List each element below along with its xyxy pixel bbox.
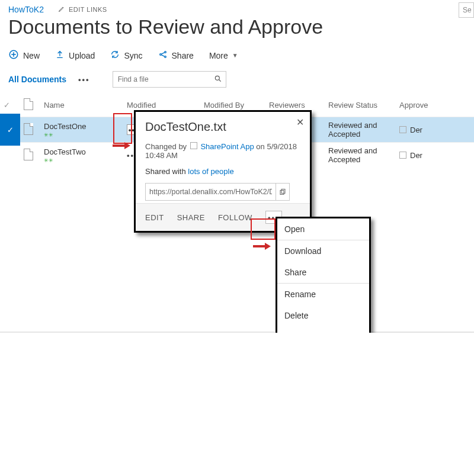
row-review-status: Reviewed and Accepted	[325, 143, 396, 168]
menu-delete[interactable]: Delete	[277, 305, 369, 326]
document-icon	[24, 123, 33, 135]
row-review-status: Reviewed and Accepted	[325, 117, 396, 142]
new-indicator-icon: ✳✳	[44, 132, 120, 138]
document-icon	[24, 149, 33, 160]
plus-circle-icon	[8, 49, 19, 62]
menu-copy[interactable]: Copy	[277, 326, 369, 333]
callout-shared: Shared with lots of people	[145, 167, 300, 176]
context-menu: Open Download Share Rename Delete Copy V…	[276, 217, 371, 333]
svg-point-4	[215, 76, 219, 80]
callout-url-box[interactable]	[145, 183, 290, 201]
new-button[interactable]: New	[8, 49, 40, 62]
row-approve[interactable]: Der	[396, 122, 437, 138]
chevron-down-icon: ▼	[232, 52, 238, 59]
sync-icon	[110, 50, 120, 61]
menu-open[interactable]: Open	[277, 218, 369, 240]
select-all-icon[interactable]: ✓	[4, 101, 10, 110]
share-label: Share	[172, 51, 194, 60]
pencil-icon	[58, 5, 65, 14]
svg-point-3	[164, 56, 166, 58]
col-name[interactable]: Name	[40, 98, 123, 112]
callout-title: DocTestOne.txt	[145, 120, 300, 134]
svg-rect-6	[280, 191, 284, 195]
sync-button[interactable]: Sync	[110, 50, 142, 61]
upload-label: Upload	[69, 51, 95, 60]
row-name[interactable]: DocTestTwo	[44, 147, 120, 156]
edit-links-label: EDIT LINKS	[69, 6, 107, 13]
menu-download[interactable]: Download	[277, 240, 369, 262]
row-approve[interactable]: Der	[396, 147, 437, 163]
copy-url-icon[interactable]	[276, 184, 289, 200]
menu-rename[interactable]: Rename	[277, 284, 369, 305]
user-placeholder-icon	[190, 142, 197, 149]
page-title: Documents to Review and Approve	[8, 15, 466, 38]
find-file-box[interactable]	[113, 71, 226, 88]
sync-label: Sync	[124, 51, 142, 60]
row-approve-label: Der	[410, 126, 422, 134]
view-more-icon[interactable]: •••	[78, 75, 90, 84]
menu-share[interactable]: Share	[277, 262, 369, 283]
type-header-icon	[24, 98, 33, 110]
svg-point-1	[159, 54, 161, 56]
callout-edit[interactable]: EDIT	[145, 213, 164, 222]
callout-shared-link[interactable]: lots of people	[188, 167, 233, 176]
global-search[interactable]: Se	[459, 2, 474, 18]
col-review-status[interactable]: Review Status	[325, 98, 396, 112]
view-bar: All Documents •••	[0, 70, 474, 94]
upload-icon	[55, 50, 65, 61]
callout-share[interactable]: SHARE	[177, 213, 205, 222]
new-indicator-icon: ✳✳	[44, 157, 120, 163]
toolbar: New Upload Sync Share More ▼	[0, 47, 474, 70]
find-file-input[interactable]	[117, 75, 202, 84]
item-callout: ✕ DocTestOne.txt Changed by SharePoint A…	[134, 110, 312, 233]
row-approve-label: Der	[410, 151, 422, 160]
svg-rect-5	[281, 189, 285, 194]
check-icon: ✓	[7, 126, 14, 134]
callout-follow[interactable]: FOLLOW	[218, 213, 252, 222]
more-button[interactable]: More ▼	[209, 51, 238, 60]
breadcrumb[interactable]: HowToK2	[8, 5, 44, 14]
document-grid: ✓ Name Modified Modified By Reviewers Re…	[0, 94, 474, 201]
edit-links-button[interactable]: EDIT LINKS	[58, 5, 107, 14]
search-icon[interactable]	[214, 75, 222, 85]
global-search-placeholder: Se	[459, 6, 472, 14]
callout-changed-by: Changed by SharePoint App on 5/9/2018 10…	[145, 142, 300, 160]
more-label: More	[209, 51, 228, 60]
callout-app-link[interactable]: SharePoint App	[200, 142, 254, 151]
share-button[interactable]: Share	[158, 50, 194, 61]
svg-point-2	[164, 52, 166, 53]
share-icon	[158, 50, 168, 61]
highlight-arrow-icon	[253, 245, 266, 247]
checkbox-icon[interactable]	[399, 126, 406, 133]
row-select-gutter[interactable]	[0, 139, 20, 171]
checkbox-icon[interactable]	[399, 152, 406, 159]
col-approvers[interactable]: Approve	[396, 98, 437, 112]
current-view[interactable]: All Documents	[8, 75, 66, 84]
new-label: New	[23, 51, 40, 60]
upload-button[interactable]: Upload	[55, 50, 95, 61]
row-name[interactable]: DocTestOne	[44, 122, 120, 131]
close-icon[interactable]: ✕	[296, 117, 304, 128]
callout-url-input[interactable]	[146, 188, 276, 196]
